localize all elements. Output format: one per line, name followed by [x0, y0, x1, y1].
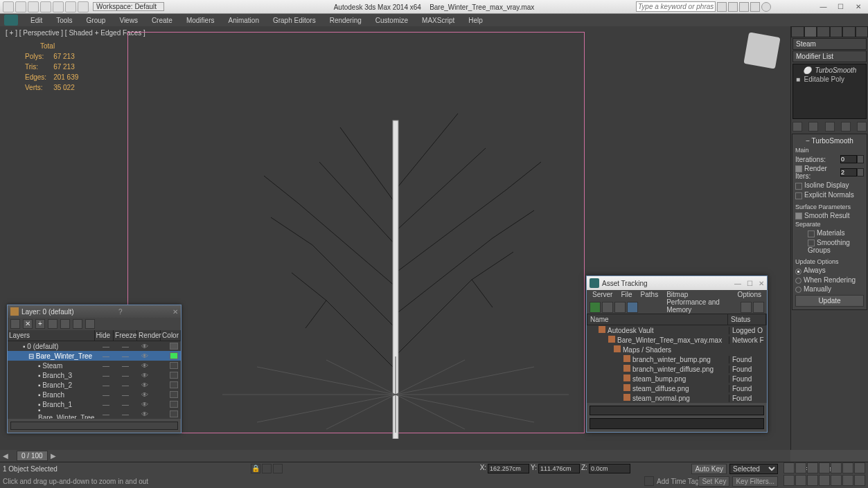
asset-maximize-icon[interactable]: ☐ [747, 280, 753, 287]
snap-icon[interactable] [262, 464, 272, 473]
layer-row[interactable]: ▪ Branch——👁 [8, 390, 181, 399]
show-end-icon[interactable] [808, 122, 818, 132]
asset-list[interactable]: Autodesk VaultLogged OBare_Winter_Tree_m… [587, 325, 767, 403]
menu-group[interactable]: Group [81, 15, 112, 26]
asset-view3-icon[interactable] [627, 302, 638, 313]
col-layers[interactable]: Layers [8, 330, 95, 341]
asset-menu-paths[interactable]: Paths [638, 290, 662, 301]
highlight-icon[interactable] [60, 319, 70, 329]
keymode2-icon[interactable] [842, 462, 853, 473]
y-field[interactable] [538, 464, 580, 473]
when-render-radio[interactable] [795, 278, 801, 284]
add-time-tag[interactable]: Add Time Tag [657, 478, 699, 485]
asset-menu-server[interactable]: Server [590, 290, 615, 301]
play-icon[interactable] [807, 462, 818, 473]
new-layer-icon[interactable] [10, 319, 20, 329]
col-hide[interactable]: Hide [95, 330, 114, 341]
explicit-check[interactable] [795, 192, 802, 199]
qat-new-icon[interactable] [3, 1, 14, 12]
subscription-icon[interactable] [728, 2, 738, 12]
delete-layer-icon[interactable]: ✕ [23, 319, 33, 329]
nav-maximize-icon[interactable] [854, 475, 865, 486]
modifier-stack[interactable]: ⚪ TurboSmooth ■ Editable Poly [792, 64, 867, 119]
render-iters-spinner[interactable] [857, 168, 864, 177]
z-field[interactable] [589, 464, 630, 473]
layer-row[interactable]: ▪ Branch_3——👁 [8, 370, 181, 380]
layer-row[interactable]: ⊟ Bare_Winter_Tree——👁 [8, 351, 181, 361]
menu-rendering[interactable]: Rendering [324, 15, 367, 26]
menu-customize[interactable]: Customize [370, 15, 414, 26]
always-radio[interactable] [795, 269, 801, 275]
close-icon[interactable]: ✕ [849, 1, 867, 12]
asset-minimize-icon[interactable]: — [734, 280, 741, 287]
col-render[interactable]: Render [137, 330, 161, 341]
search-input[interactable] [636, 1, 716, 12]
goto-start-icon[interactable] [783, 462, 795, 473]
asset-row[interactable]: branch_winter_bump.pngFound [587, 354, 767, 364]
layer-row[interactable]: ▪ Branch_2——👁 [8, 380, 181, 390]
asset-tracking-window[interactable]: Asset Tracking — ☐ ✕ Server File Paths B… [586, 275, 768, 433]
asset-row[interactable]: branch_winter_diffuse.pngFound [587, 364, 767, 374]
object-name-field[interactable]: Steam [792, 38, 867, 50]
render-iters-field[interactable] [840, 168, 857, 177]
slider-left-icon[interactable]: ◀ [3, 452, 8, 460]
nav-orbit-icon[interactable] [842, 475, 853, 486]
viewport-label[interactable]: [ + ] [ Perspective ] [ Shaded + Edged F… [6, 29, 145, 37]
hide-unhide-icon[interactable] [73, 319, 82, 329]
maximize-icon[interactable]: ☐ [832, 1, 849, 12]
asset-row[interactable]: steam_normal.pngFound [587, 393, 767, 403]
menu-modifiers[interactable]: Modifiers [181, 15, 220, 26]
configure-icon[interactable] [857, 122, 867, 132]
app-menu-icon[interactable] [4, 15, 18, 26]
tab-modify-icon[interactable] [804, 26, 817, 37]
nav-pan-icon[interactable] [783, 475, 795, 486]
menu-maxscript[interactable]: MAXScript [416, 15, 460, 26]
asset-tool1-icon[interactable] [741, 302, 752, 313]
asset-refresh-icon[interactable] [590, 302, 601, 313]
col-status[interactable]: Status [728, 314, 766, 325]
asset-titlebar[interactable]: Asset Tracking — ☐ ✕ [587, 276, 767, 290]
qat-undo-icon[interactable] [40, 1, 51, 12]
freeze-icon[interactable] [85, 319, 95, 329]
unique-icon[interactable] [825, 122, 835, 132]
layer-titlebar[interactable]: Layer: 0 (default) ? ✕ [8, 305, 181, 318]
tab-display-icon[interactable] [842, 26, 856, 37]
menu-graph-editors[interactable]: Graph Editors [267, 15, 321, 26]
slider-right-icon[interactable]: ▶ [51, 452, 56, 460]
asset-menu-bitmap[interactable]: Bitmap Performance and Memory [664, 290, 732, 301]
asset-row[interactable]: Autodesk VaultLogged O [587, 325, 767, 335]
asset-row[interactable]: steam_diffuse.pngFound [587, 383, 767, 393]
script-listener-icon[interactable] [644, 476, 654, 486]
tab-motion-icon[interactable] [830, 26, 843, 37]
asset-row[interactable]: Maps / Shaders [587, 345, 767, 354]
layer-row[interactable]: ▪ Steam——👁 [8, 361, 181, 370]
nav-zoomall-icon[interactable] [807, 475, 818, 486]
isoline-check[interactable] [795, 183, 802, 190]
remove-mod-icon[interactable] [841, 122, 851, 132]
time-config-icon[interactable] [854, 462, 865, 473]
iterations-field[interactable] [840, 155, 857, 163]
qat-link-icon[interactable] [65, 1, 76, 12]
menu-views[interactable]: Views [114, 15, 143, 26]
menu-animation[interactable]: Animation [222, 15, 264, 26]
help-icon[interactable] [761, 2, 771, 12]
workspace-dropdown[interactable]: Workspace: Default [93, 2, 164, 11]
exchange-icon[interactable] [739, 2, 749, 12]
menu-create[interactable]: Create [146, 15, 178, 26]
layer-scrollbar[interactable] [10, 422, 178, 430]
goto-end-icon[interactable] [831, 462, 842, 473]
viewcube-icon[interactable] [743, 32, 780, 69]
setkey-button[interactable]: Set Key [698, 476, 729, 487]
autokey-button[interactable]: Auto Key [691, 464, 727, 474]
menu-tools[interactable]: Tools [51, 15, 78, 26]
iterations-spinner[interactable] [857, 155, 864, 163]
layer-help-icon[interactable]: ? [118, 308, 123, 316]
lock-sel-icon[interactable]: 🔒 [251, 464, 260, 473]
col-name[interactable]: Name [587, 314, 728, 325]
nav-fov-icon[interactable] [819, 475, 830, 486]
time-handle[interactable]: 0 / 100 [17, 451, 48, 461]
asset-menu-file[interactable]: File [618, 290, 635, 301]
prev-frame-icon[interactable] [795, 462, 806, 473]
layer-manager-window[interactable]: Layer: 0 (default) ? ✕ ✕ + Layers Hide F… [7, 305, 181, 433]
asset-menu-options[interactable]: Options [735, 290, 764, 301]
